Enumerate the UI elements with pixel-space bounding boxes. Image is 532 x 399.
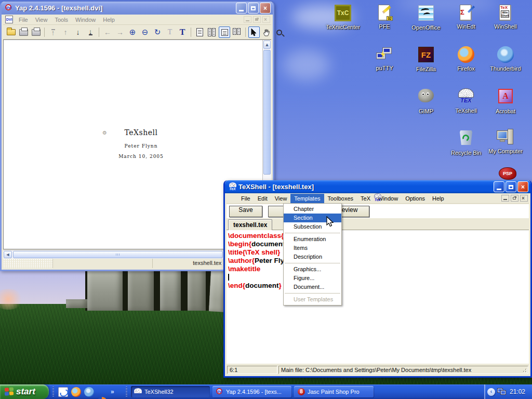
desktop-icon-winshell[interactable]: TeX WinShell WinShell [485, 4, 526, 30]
child-minimize-button[interactable] [501, 195, 509, 202]
stone [160, 267, 181, 311]
back-button[interactable]: ← [102, 26, 113, 38]
firefox-quicklaunch-icon[interactable] [71, 387, 81, 397]
hand-tool-button[interactable] [261, 26, 272, 38]
menu-view[interactable]: View [32, 15, 51, 24]
icon-label: PFE [364, 23, 405, 30]
restore-button[interactable] [506, 181, 516, 192]
taskbar-button-paint-shop-pro[interactable]: 8 Jasc Paint Shop Pro [294, 386, 374, 397]
desktop-icon-openoffice[interactable]: OpenOffice [406, 4, 446, 31]
child-restore-button[interactable] [511, 195, 518, 202]
child-close-button[interactable]: × [262, 16, 270, 23]
dvi-document-icon[interactable]: DVI [5, 16, 13, 23]
open-file-button[interactable] [5, 26, 17, 38]
texshell-editor[interactable]: \documentclass{article} \begin{document}… [227, 230, 529, 364]
menu-item-figure[interactable]: Figure... [284, 274, 341, 283]
desktop-icon-texshell[interactable]: TEX TeXshell [446, 87, 486, 114]
thunderbird-quicklaunch-icon[interactable] [84, 387, 94, 397]
taskbar-clock[interactable]: 21:02 [510, 388, 525, 395]
outlook-express-icon[interactable] [58, 387, 68, 397]
child-restore-button[interactable] [253, 16, 261, 23]
texshell-shell [458, 88, 474, 98]
menu-item-description[interactable]: Description [284, 252, 341, 261]
tab-texshell-tex[interactable]: texshell.tex [228, 219, 272, 230]
desktop-icon-recycle-bin[interactable]: Recycle Bin [446, 129, 486, 156]
first-page-button[interactable]: ↑ [47, 26, 59, 38]
texshell-window-title: TeXShell - [texshell.tex] [238, 183, 494, 191]
child-close-button[interactable]: × [520, 195, 528, 202]
taskband-handle[interactable] [126, 387, 127, 397]
close-button[interactable]: × [260, 3, 271, 14]
desktop-icon-acrobat[interactable]: A Acrobat [485, 87, 526, 114]
minimize-button[interactable] [236, 3, 247, 14]
start-button[interactable]: start [0, 384, 49, 399]
select-tool-button[interactable] [248, 26, 260, 38]
last-page-button[interactable]: ↓ [85, 26, 96, 38]
gimp-wilber [418, 89, 434, 102]
menu-tools[interactable]: Tools [51, 15, 72, 24]
continuous-view-button[interactable] [219, 26, 230, 38]
menu-file[interactable]: File [15, 15, 32, 24]
maximize-button[interactable] [248, 3, 259, 14]
yap-app-icon [5, 4, 14, 12]
zoom-out-button[interactable]: ⊖ [139, 26, 151, 38]
close-button[interactable]: × [517, 181, 528, 192]
desktop-icon-firefox[interactable]: Firefox [446, 46, 486, 72]
print-setup-button[interactable] [30, 26, 42, 38]
text-tool-button[interactable]: T [177, 26, 188, 38]
scroll-left-button[interactable]: ◄ [4, 251, 12, 258]
desktop-icon-gimp[interactable]: GIMP [406, 87, 446, 114]
desktop-icon-thunderbird[interactable]: Thunderbird [485, 46, 526, 72]
vertical-scroll-thumb[interactable] [263, 50, 271, 175]
tray-chevron[interactable]: ‹ [487, 388, 495, 396]
monitor-screen [498, 132, 507, 138]
ruler-tool-button[interactable]: T [164, 26, 176, 38]
psp-icon: PSP [499, 167, 516, 180]
desktop-icon-winedt[interactable]: Σ WinEdt [446, 4, 486, 30]
horizontal-scroll-thumb[interactable] [13, 251, 223, 258]
restore-glyph [513, 197, 516, 200]
continuous-facing-button[interactable] [231, 26, 243, 38]
minimize-button[interactable] [494, 181, 504, 192]
child-minimize-button[interactable] [244, 16, 251, 23]
media-player-quicklaunch-icon[interactable] [97, 397, 107, 399]
print-button[interactable] [18, 26, 29, 38]
menu-item-items[interactable]: Items [284, 244, 341, 252]
resize-grip[interactable] [521, 367, 528, 374]
yap-titlebar[interactable]: Yap 2.4.1596 - [texshell.dvi] × [2, 2, 273, 15]
icon-label: TeXshell [446, 108, 486, 114]
menu-help[interactable]: Help [99, 15, 118, 24]
menu-item-enumeration[interactable]: Enumeration [284, 235, 341, 244]
next-page-button[interactable]: ↓ [72, 26, 84, 38]
quicklaunch-handle[interactable] [52, 387, 54, 397]
main-file-status: Main file: C:\Documents and Settings\Pet… [278, 366, 528, 374]
editor-line: \maketitle [228, 265, 529, 273]
desktop-icon-pfe[interactable]: 32 PFE [364, 4, 405, 30]
zoom-in-button[interactable]: ⊕ [127, 26, 138, 38]
menu-window[interactable]: Window [72, 15, 99, 24]
psp-glyph: 8 [298, 388, 305, 395]
menu-item-document[interactable]: Document... [284, 283, 341, 291]
quicklaunch-overflow-chevron[interactable]: » [111, 388, 114, 395]
magnify-tool-button[interactable] [273, 26, 285, 38]
scroll-up-button[interactable]: ▲ [263, 41, 271, 49]
previous-page-button[interactable]: ↑ [60, 26, 71, 38]
desktop-icon-putty[interactable]: puTTY [364, 46, 405, 71]
icon-label: Recycle Bin [446, 150, 486, 156]
desktop-icon-my-computer[interactable]: My Computer [485, 129, 526, 154]
desktop-icon-texniccenter[interactable]: TxC TeXnicCenter [323, 4, 363, 30]
page-glyph [233, 28, 236, 35]
desktop-icon-filezilla[interactable]: FZ FileZilla [406, 46, 446, 72]
taskbar-button-texshell32[interactable]: TeXShell32 [131, 386, 210, 397]
forward-button[interactable]: → [114, 26, 126, 38]
save-button[interactable]: Save [229, 206, 262, 217]
refresh-button[interactable]: ↻ [152, 26, 163, 38]
menu-item-graphics[interactable]: Graphics... [284, 265, 341, 274]
network-tray-icon[interactable] [497, 388, 507, 396]
taskbar-button-yap[interactable]: Yap 2.4.1596 - [texs... [212, 386, 291, 397]
texshell-titlebar[interactable]: TeX TeXShell - [texshell.tex] × [225, 180, 530, 193]
facing-pages-button[interactable] [206, 26, 218, 38]
texshell-child-icon[interactable]: TeX [228, 194, 236, 202]
single-page-button[interactable] [194, 26, 205, 38]
menu-item-chapter[interactable]: Chapter [284, 205, 341, 214]
